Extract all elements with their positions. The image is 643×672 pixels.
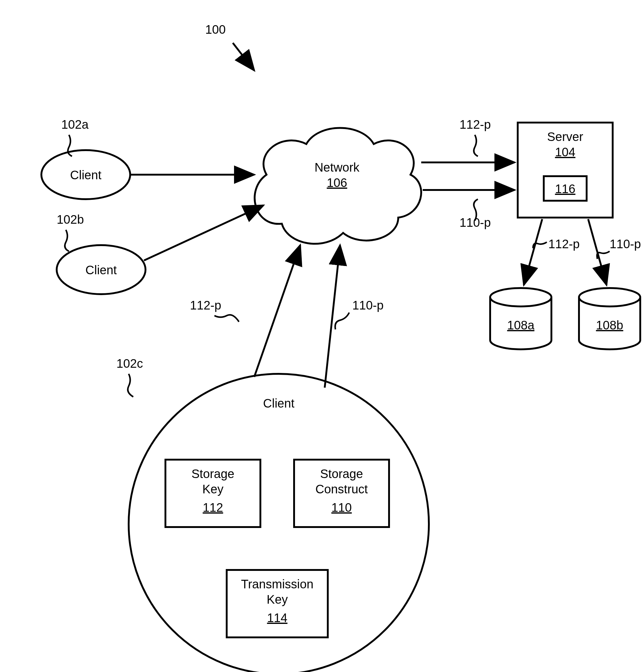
client-a-label: Client — [70, 168, 101, 182]
client-b-ref: 102b — [57, 213, 84, 226]
client-c-label: Client — [263, 397, 294, 410]
client-a: Client 102a — [41, 118, 130, 199]
storage-key-l1: Storage — [192, 467, 234, 480]
arrow-client-c-to-network-right — [325, 245, 340, 388]
server-label: Server — [547, 130, 583, 143]
arrow-server-to-storage-a — [524, 219, 542, 285]
network-cloud: Network 106 — [255, 128, 421, 244]
flow-label-110p-1: 110-p — [352, 299, 384, 312]
client-c-ref: 102c — [117, 357, 143, 370]
server-box: Server 104 116 — [518, 123, 613, 218]
client-b-label: Client — [85, 263, 117, 277]
arrow-server-to-storage-b — [588, 219, 607, 285]
transmission-key-l2: Key — [267, 593, 288, 606]
client-b: Client 102b — [57, 213, 146, 294]
storage-unit-b: 108b — [579, 288, 640, 349]
flow-label-110p-3: 110-p — [610, 237, 641, 251]
figure-id: 100 — [205, 23, 254, 71]
arrow-client-c-to-network-left — [254, 245, 300, 377]
server-ref: 104 — [555, 145, 575, 159]
storage-key-box: Storage Key 112 — [166, 460, 260, 527]
network-label: Network — [315, 160, 360, 174]
storage-b-ref: 108b — [596, 319, 623, 332]
flow-label-112p-1: 112-p — [190, 299, 221, 312]
svg-point-10 — [490, 288, 551, 307]
network-ref: 106 — [327, 176, 348, 189]
storage-key-ref: 112 — [203, 501, 223, 514]
storage-construct-box: Storage Construct 110 — [294, 460, 389, 527]
storage-construct-l1: Storage — [320, 467, 363, 480]
transmission-key-box: Transmission Key 114 — [227, 570, 328, 637]
figure-id-text: 100 — [205, 23, 226, 36]
flow-label-112p-2: 112-p — [460, 118, 491, 131]
svg-point-11 — [579, 288, 640, 307]
storage-a-ref: 108a — [507, 319, 535, 332]
transmission-key-l1: Transmission — [241, 577, 313, 591]
transmission-key-ref: 114 — [267, 611, 288, 624]
arrow-client-b-to-network — [144, 205, 264, 261]
storage-key-l2: Key — [203, 482, 223, 496]
storage-construct-l2: Construct — [315, 482, 368, 496]
svg-line-1 — [233, 43, 254, 71]
diagram-canvas: 100 Client 102a Client 102b Network 106 … — [0, 0, 643, 672]
client-a-ref: 102a — [61, 118, 89, 131]
storage-unit-a: 108a — [490, 288, 551, 349]
flow-label-112p-3: 112-p — [548, 237, 580, 251]
client-c: Client 102c Storage Key 112 Storage Cons… — [117, 357, 429, 672]
storage-construct-ref: 110 — [331, 501, 352, 514]
svg-point-4 — [129, 374, 429, 672]
server-inner-ref: 116 — [555, 182, 575, 195]
